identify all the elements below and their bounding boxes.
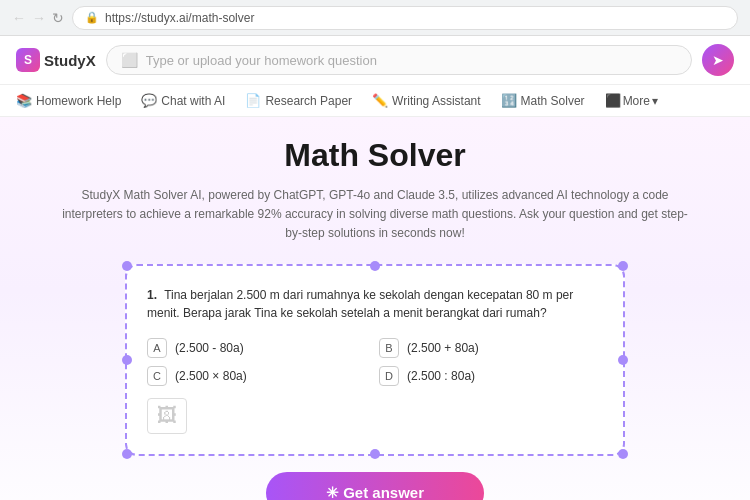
math-icon: 🔢 (501, 93, 517, 108)
url-text: https://studyx.ai/math-solver (105, 11, 254, 25)
get-answer-button[interactable]: ✳ Get answer (266, 472, 484, 500)
logo-char: S (24, 53, 32, 67)
refresh-button[interactable]: ↻ (52, 10, 64, 26)
option-d-label: D (379, 366, 399, 386)
logo-icon: S (16, 48, 40, 72)
option-a-text: (2.500 - 80a) (175, 341, 244, 355)
option-c-label: C (147, 366, 167, 386)
question-text: 1. Tina berjalan 2.500 m dari rumahnya k… (147, 286, 603, 322)
tab-more[interactable]: ⬛ More ▾ (605, 91, 658, 110)
tab-chat-label: Chat with AI (161, 94, 225, 108)
tab-writing-assistant[interactable]: ✏️ Writing Assistant (372, 91, 480, 110)
tab-more-label: More (623, 94, 650, 108)
chat-icon: 💬 (141, 93, 157, 108)
tab-homework-help-label: Homework Help (36, 94, 121, 108)
lock-icon: 🔒 (85, 11, 99, 24)
logo: S StudyX (16, 48, 96, 72)
resize-handle-bl[interactable] (122, 449, 132, 459)
chevron-down-icon: ▾ (652, 94, 658, 108)
option-a-label: A (147, 338, 167, 358)
resize-handle-mr[interactable] (618, 355, 628, 365)
tab-research-paper[interactable]: 📄 Research Paper (245, 91, 352, 110)
tab-math-label: Math Solver (521, 94, 585, 108)
search-bar[interactable]: ⬜ Type or upload your homework question (106, 45, 692, 75)
resize-handle-bm[interactable] (370, 449, 380, 459)
tab-research-label: Research Paper (265, 94, 352, 108)
address-bar[interactable]: 🔒 https://studyx.ai/math-solver (72, 6, 738, 30)
question-body: Tina berjalan 2.500 m dari rumahnya ke s… (147, 288, 573, 320)
resize-handle-ml[interactable] (122, 355, 132, 365)
browser-bar: ← → ↻ 🔒 https://studyx.ai/math-solver (0, 0, 750, 36)
homework-help-icon: 📚 (16, 93, 32, 108)
option-b-text: (2.500 + 80a) (407, 341, 479, 355)
tab-homework-help[interactable]: 📚 Homework Help (16, 91, 121, 110)
option-d[interactable]: D (2.500 : 80a) (379, 366, 603, 386)
resize-handle-tl[interactable] (122, 261, 132, 271)
logo-text: StudyX (44, 52, 96, 69)
resize-handle-tm[interactable] (370, 261, 380, 271)
back-button[interactable]: ← (12, 10, 26, 26)
question-number: 1. (147, 288, 157, 302)
resize-handle-tr[interactable] (618, 261, 628, 271)
image-thumbnail: 🖼 (147, 398, 187, 434)
option-b-label: B (379, 338, 399, 358)
main-content: Math Solver StudyX Math Solver AI, power… (0, 117, 750, 500)
nav-icons: ← → ↻ (12, 10, 64, 26)
nav-tabs: 📚 Homework Help 💬 Chat with AI 📄 Researc… (0, 85, 750, 117)
tab-writing-label: Writing Assistant (392, 94, 480, 108)
camera-icon: ⬜ (121, 52, 138, 68)
option-c-text: (2.500 × 80a) (175, 369, 247, 383)
tab-math-solver[interactable]: 🔢 Math Solver (501, 91, 585, 110)
writing-icon: ✏️ (372, 93, 388, 108)
page-title: Math Solver (30, 137, 720, 174)
options-grid: A (2.500 - 80a) B (2.500 + 80a) C (2.500… (147, 338, 603, 386)
option-a[interactable]: A (2.500 - 80a) (147, 338, 371, 358)
send-button[interactable]: ➤ (702, 44, 734, 76)
option-b[interactable]: B (2.500 + 80a) (379, 338, 603, 358)
more-icon: ⬛ (605, 93, 621, 108)
option-d-text: (2.500 : 80a) (407, 369, 475, 383)
forward-button[interactable]: → (32, 10, 46, 26)
option-c[interactable]: C (2.500 × 80a) (147, 366, 371, 386)
resize-handle-br[interactable] (618, 449, 628, 459)
tab-chat-with-ai[interactable]: 💬 Chat with AI (141, 91, 225, 110)
search-placeholder: Type or upload your homework question (146, 53, 377, 68)
search-row: S StudyX ⬜ Type or upload your homework … (0, 36, 750, 85)
answer-btn-row: ✳ Get answer (30, 456, 720, 500)
research-icon: 📄 (245, 93, 261, 108)
page-description: StudyX Math Solver AI, powered by ChatGP… (55, 186, 695, 244)
upload-area[interactable]: 1. Tina berjalan 2.500 m dari rumahnya k… (125, 264, 625, 456)
page: S StudyX ⬜ Type or upload your homework … (0, 36, 750, 500)
